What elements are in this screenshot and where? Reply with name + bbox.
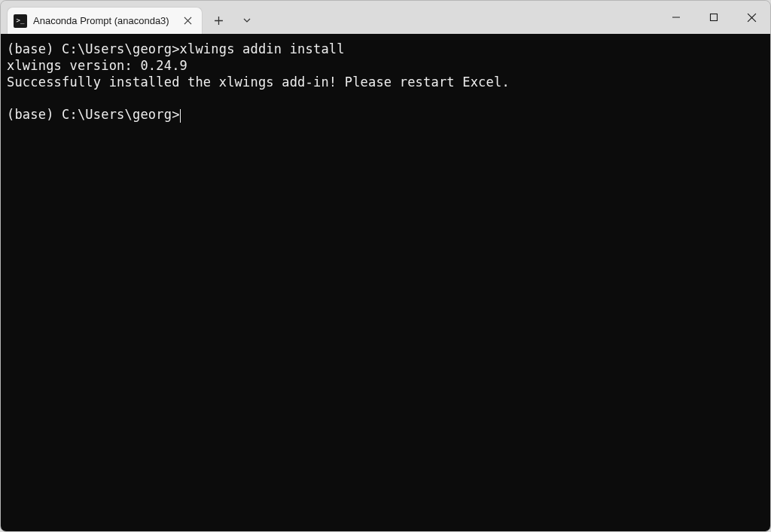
maximize-button[interactable] bbox=[695, 1, 733, 34]
terminal-viewport[interactable]: (base) C:\Users\georg>xlwings addin inst… bbox=[1, 34, 770, 532]
chevron-down-icon bbox=[242, 16, 251, 25]
tab-dropdown-button[interactable] bbox=[234, 7, 260, 34]
tab-strip: >_ Anaconda Prompt (anaconda3) bbox=[1, 1, 260, 34]
close-icon bbox=[184, 17, 192, 25]
terminal-line: xlwings version: 0.24.9 bbox=[7, 58, 187, 73]
tab-close-button[interactable] bbox=[181, 14, 194, 28]
terminal-line: Successfully installed the xlwings add-i… bbox=[7, 74, 510, 90]
plus-icon bbox=[214, 16, 224, 26]
tab-active[interactable]: >_ Anaconda Prompt (anaconda3) bbox=[7, 7, 203, 34]
maximize-icon bbox=[709, 13, 718, 22]
tab-title: Anaconda Prompt (anaconda3) bbox=[33, 15, 175, 26]
close-icon bbox=[747, 13, 757, 23]
window-controls bbox=[657, 1, 770, 34]
terminal-icon: >_ bbox=[14, 14, 27, 28]
new-tab-button[interactable] bbox=[206, 7, 231, 34]
close-window-button[interactable] bbox=[733, 1, 770, 34]
svg-rect-0 bbox=[711, 14, 718, 21]
terminal-cursor bbox=[180, 109, 181, 123]
window-titlebar: >_ Anaconda Prompt (anaconda3) bbox=[1, 1, 770, 34]
terminal-prompt: (base) C:\Users\georg> bbox=[7, 107, 180, 122]
terminal-line: (base) C:\Users\georg>xlwings addin inst… bbox=[7, 41, 345, 56]
minimize-button[interactable] bbox=[657, 1, 695, 34]
minimize-icon bbox=[672, 13, 681, 22]
